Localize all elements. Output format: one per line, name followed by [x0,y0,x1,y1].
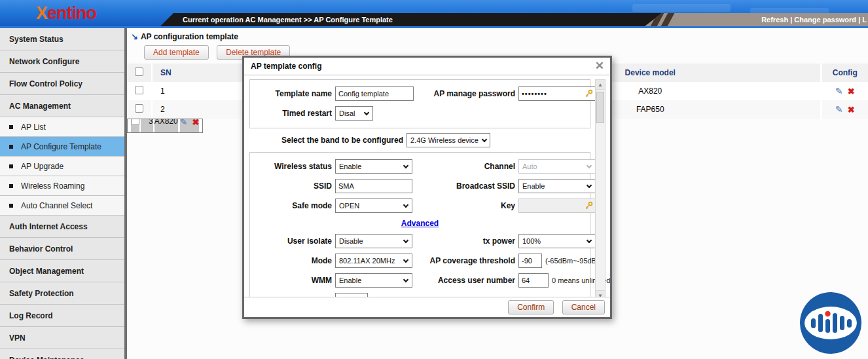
sidebar-item-device-maintenance[interactable]: Device Maintenance [0,349,124,359]
channel-select[interactable]: Auto [518,159,596,174]
sidebar-item-label: Auto Channel Select [21,201,92,210]
bullet-icon [9,145,13,149]
template-name-label: Template name [250,89,335,98]
stripe-decoration [661,13,675,26]
advanced-link[interactable]: Advanced [401,219,439,228]
sidebar-item-ap-configure-template[interactable]: AP Configure Template [0,137,124,157]
timed-restart-select[interactable]: Disal [335,106,373,121]
edit-icon[interactable]: ✎ [835,104,843,115]
sidebar-item-safety-protection[interactable]: Safety Protection [0,282,124,305]
sidebar-item-label: AC Management [9,102,71,111]
tx-power-value: 100% [522,237,541,245]
chevron-down-icon [403,162,408,168]
general-fieldset: Template name AP manage password Timed r… [249,79,590,128]
sidebar-item-label: System Status [9,35,63,44]
ap-template-config-modal: AP template config ✕ Template name AP ma… [242,56,612,319]
edit-icon[interactable]: ✎ [835,86,843,96]
mode-select[interactable]: 802.11AX 20MHz [335,254,412,268]
ap-coverage-threshold-input[interactable] [518,254,542,268]
tx-power-label: tx power [419,236,518,246]
modal-scrollbar[interactable]: ▲ ▼ [595,79,606,301]
change-password-link[interactable]: Change password [794,16,856,24]
wireless-fieldset: Wireless status Enable Channel Auto SSID… [249,152,590,297]
table-row-selected[interactable]: 3 AX820 ✎✖ [127,119,203,133]
sidebar-item-behavior-control[interactable]: Behavior Control [0,238,124,260]
sidebar-item-label: Log Record [9,311,53,320]
add-template-button[interactable]: Add template [144,45,209,60]
sidebar-item-system-status[interactable]: System Status [0,28,124,50]
sidebar-item-auto-channel-select[interactable]: Auto Channel Select [0,196,124,216]
chevron-down-icon [482,136,487,142]
edit-icon[interactable]: ✎ [180,119,188,127]
ssid-input[interactable] [335,179,412,193]
chevron-down-icon [587,237,592,242]
sidebar-item-object-management[interactable]: Object Management [0,260,124,282]
broadcast-ssid-value: Enable [522,182,545,190]
select-all-checkbox[interactable] [135,67,143,76]
sidebar-item-ap-upgrade[interactable]: AP Upgrade [0,157,124,176]
top-header: Xentino Current operation AC Management … [0,0,868,28]
sidebar-item-flow-control-policy[interactable]: Flow Control Policy [0,73,124,95]
user-isolate-value: Disable [339,237,363,245]
sidebar-item-auth-internet-access[interactable]: Auth Internet Access [0,216,124,238]
delete-icon[interactable]: ✖ [192,119,199,127]
link-separator: | [858,16,860,24]
header-decoration [632,4,731,12]
row-checkbox[interactable] [135,86,143,94]
wireless-status-select[interactable]: Enable [335,159,412,174]
page-title-text: AP configuration template [141,32,238,41]
tx-power-select[interactable]: 100% [518,234,596,248]
chevron-down-icon [403,237,408,242]
row-checkbox[interactable] [135,104,143,113]
device-model-cell: AX820 [154,119,178,133]
confirm-button[interactable]: Confirm [508,300,554,314]
sidebar-item-ac-management[interactable]: AC Management [0,95,124,117]
delete-icon[interactable]: ✖ [848,105,855,115]
template-name-input[interactable] [335,86,414,101]
mode-value: 802.11AX 20MHz [339,257,395,265]
ap-manage-password-label: AP manage password [419,89,518,98]
modal-body: Template name AP manage password Timed r… [244,76,610,297]
sidebar-item-log-record[interactable]: Log Record [0,305,124,327]
modal-title-bar: AP template config ✕ [244,58,610,75]
advanced-row: Advanced [250,216,590,231]
sidebar-item-label: Flow Control Policy [9,79,82,88]
delete-icon[interactable]: ✖ [848,86,855,96]
wmm-value: Enable [339,276,361,284]
safe-mode-select[interactable]: OPEN [335,198,412,213]
sidebar-item-label: Behavior Control [9,244,73,254]
sidebar-item-wireless-roaming[interactable]: Wireless Roaming [0,176,124,196]
logout-link[interactable]: L [862,16,867,24]
chevron-down-icon [403,276,408,282]
scrollbar-thumb[interactable] [596,92,604,123]
sidebar-item-label: AP Configure Template [21,142,101,151]
sidebar-item-vpn[interactable]: VPN [0,327,124,349]
modal-footer: Confirm Cancel [244,297,610,317]
timed-restart-value: Disal [339,109,355,117]
config-column-header: Config [821,64,868,82]
user-isolate-select[interactable]: Disable [335,234,412,248]
safe-mode-value: OPEN [339,202,359,210]
sidebar-item-network-configure[interactable]: Network Configure [0,50,124,73]
link-separator: | [790,16,792,24]
refresh-link[interactable]: Refresh [761,16,788,24]
sidebar-item-label: AP Upgrade [21,162,63,171]
scroll-up-icon[interactable]: ▲ [596,80,605,90]
wireless-status-label: Wireless status [250,162,335,171]
wmm-select[interactable]: Enable [335,273,412,288]
broadcast-ssid-select[interactable]: Enable [518,179,596,193]
sidebar-item-label: Network Configure [9,57,79,66]
sidebar-item-label: VPN [9,333,26,343]
band-select[interactable]: 2.4G Wireless device [407,133,490,147]
sidebar-item-label: Auth Internet Access [9,222,88,231]
header-links-bar: Refresh | Change password | L [645,13,868,26]
access-user-number-input[interactable] [518,273,549,288]
brand-watermark-logo [798,290,863,356]
close-icon[interactable]: ✕ [595,58,604,75]
row-checkbox[interactable] [131,119,139,125]
chevron-down-icon [587,182,592,187]
sidebar-item-label: Wireless Roaming [21,181,84,191]
sidebar-item-ap-list[interactable]: AP List [0,117,124,137]
band-row: Select the band to be configured 2.4G Wi… [249,130,590,151]
cancel-button[interactable]: Cancel [562,300,605,314]
